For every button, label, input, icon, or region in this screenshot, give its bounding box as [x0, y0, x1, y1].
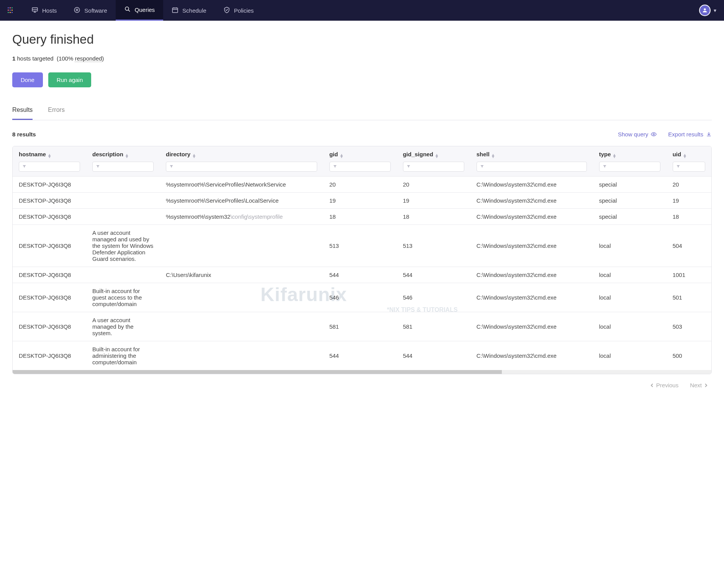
- pagination: Previous Next: [12, 374, 712, 388]
- tab-errors[interactable]: Errors: [48, 106, 65, 120]
- cell-uid: 20: [667, 177, 711, 193]
- cell-type: local: [593, 312, 667, 341]
- filter-icon: [676, 164, 680, 169]
- filter-gid[interactable]: [329, 162, 391, 172]
- column-header-description[interactable]: description▲▼: [86, 146, 160, 160]
- previous-link[interactable]: Previous: [650, 382, 678, 388]
- cell-directory: %systemroot%\system32\config\systemprofi…: [160, 209, 323, 225]
- nav-item-software[interactable]: Software: [65, 0, 115, 21]
- responded-pct: (100%: [57, 55, 73, 62]
- cell-uid: 500: [667, 341, 711, 370]
- export-label: Export results: [668, 131, 703, 138]
- column-header-directory[interactable]: directory▲▼: [160, 146, 323, 160]
- cell-description: A user account managed and used by the s…: [86, 225, 160, 267]
- user-avatar[interactable]: [699, 5, 711, 16]
- table-row: DESKTOP-JQ6I3Q8%systemroot%\ServiceProfi…: [13, 193, 711, 209]
- cell-shell: C:\Windows\system32\cmd.exe: [470, 341, 593, 370]
- cell-shell: C:\Windows\system32\cmd.exe: [470, 283, 593, 312]
- cell-type: special: [593, 193, 667, 209]
- results-count: 8 results: [12, 131, 36, 138]
- cell-type: local: [593, 283, 667, 312]
- svg-line-7: [128, 10, 129, 11]
- nav-item-schedule[interactable]: Schedule: [163, 0, 215, 21]
- column-header-type[interactable]: type▲▼: [593, 146, 667, 160]
- sort-icon: ▲▼: [491, 154, 495, 158]
- filter-icon: [96, 164, 100, 169]
- sort-icon: ▲▼: [435, 154, 439, 158]
- cell-shell: C:\Windows\system32\cmd.exe: [470, 312, 593, 341]
- cell-gid-signed: 544: [397, 341, 470, 370]
- hosts-label: hosts targeted: [17, 55, 54, 62]
- cell-directory: [160, 312, 323, 341]
- cell-shell: C:\Windows\system32\cmd.exe: [470, 177, 593, 193]
- cell-hostname: DESKTOP-JQ6I3Q8: [13, 177, 86, 193]
- nav-label: Queries: [135, 7, 155, 13]
- cell-hostname: DESKTOP-JQ6I3Q8: [13, 209, 86, 225]
- show-query-label: Show query: [618, 131, 648, 138]
- export-results-link[interactable]: Export results: [668, 131, 712, 138]
- nav-label: Hosts: [42, 7, 57, 14]
- cell-gid-signed: 581: [397, 312, 470, 341]
- cell-description: A user account managed by the system.: [86, 312, 160, 341]
- cell-shell: C:\Windows\system32\cmd.exe: [470, 209, 593, 225]
- download-icon: [706, 131, 712, 137]
- table-row: DESKTOP-JQ6I3Q8%systemroot%\system32\con…: [13, 209, 711, 225]
- results-actions: Show query Export results: [618, 131, 712, 138]
- nav-item-hosts[interactable]: Hosts: [23, 0, 65, 21]
- svg-point-5: [76, 9, 78, 11]
- table-row: DESKTOP-JQ6I3Q8A user account managed by…: [13, 312, 711, 341]
- cell-shell: C:\Windows\system32\cmd.exe: [470, 193, 593, 209]
- cell-gid: 19: [323, 193, 397, 209]
- filter-icon: [480, 164, 484, 169]
- button-row: Done Run again: [12, 72, 712, 87]
- cell-type: local: [593, 341, 667, 370]
- horizontal-scrollbar[interactable]: [13, 370, 711, 374]
- show-query-link[interactable]: Show query: [618, 131, 657, 138]
- chevron-right-icon: [704, 383, 708, 387]
- responded-label[interactable]: responded: [75, 55, 102, 62]
- cell-gid-signed: 546: [397, 283, 470, 312]
- tab-results[interactable]: Results: [12, 106, 33, 120]
- table-scroll[interactable]: hostname▲▼description▲▼directory▲▼gid▲▼g…: [13, 146, 711, 370]
- filter-description[interactable]: [92, 162, 154, 172]
- tabs: Results Errors: [12, 106, 712, 120]
- cell-gid: 581: [323, 312, 397, 341]
- column-header-shell[interactable]: shell▲▼: [470, 146, 593, 160]
- filter-gid_signed[interactable]: [403, 162, 464, 172]
- cell-uid: 504: [667, 225, 711, 267]
- cell-description: [86, 193, 160, 209]
- hosts-icon: [31, 7, 38, 15]
- done-button[interactable]: Done: [12, 72, 43, 87]
- table-row: DESKTOP-JQ6I3Q8Built-in account for gues…: [13, 283, 711, 312]
- column-header-hostname[interactable]: hostname▲▼: [13, 146, 86, 160]
- cell-description: [86, 177, 160, 193]
- filter-type[interactable]: [599, 162, 660, 172]
- chevron-down-icon[interactable]: ▾: [714, 7, 716, 13]
- nav-item-policies[interactable]: Policies: [215, 0, 262, 21]
- svg-point-12: [704, 8, 706, 10]
- column-header-uid[interactable]: uid▲▼: [667, 146, 711, 160]
- filter-directory[interactable]: [166, 162, 317, 172]
- table-row: DESKTOP-JQ6I3Q8Built-in account for admi…: [13, 341, 711, 370]
- sort-icon: ▲▼: [125, 154, 129, 158]
- next-link[interactable]: Next: [690, 382, 708, 388]
- cell-gid: 513: [323, 225, 397, 267]
- filter-shell[interactable]: [477, 162, 587, 172]
- filter-uid[interactable]: [673, 162, 705, 172]
- sort-icon: ▲▼: [339, 154, 344, 158]
- cell-hostname: DESKTOP-JQ6I3Q8: [13, 341, 86, 370]
- logo[interactable]: [8, 7, 14, 13]
- filter-hostname[interactable]: [19, 162, 80, 172]
- nav-item-queries[interactable]: Queries: [116, 0, 164, 21]
- cell-gid-signed: 544: [397, 267, 470, 283]
- run-again-button[interactable]: Run again: [48, 72, 91, 87]
- filter-icon: [406, 164, 411, 169]
- column-header-gid_signed[interactable]: gid_signed▲▼: [397, 146, 470, 160]
- cell-description: [86, 267, 160, 283]
- page-title: Query finished: [12, 32, 712, 47]
- eye-icon: [651, 131, 657, 137]
- cell-type: special: [593, 209, 667, 225]
- column-header-gid[interactable]: gid▲▼: [323, 146, 397, 160]
- cell-shell: C:\Windows\system32\cmd.exe: [470, 225, 593, 267]
- sort-icon: ▲▼: [683, 154, 687, 158]
